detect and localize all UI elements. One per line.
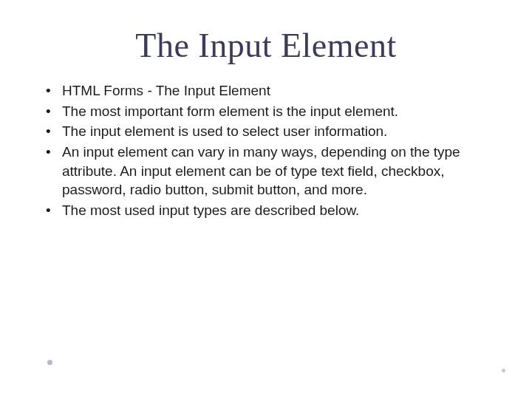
list-item: The most used input types are described …	[43, 201, 495, 220]
bullet-list: HTML Forms - The Input Element The most …	[37, 81, 495, 219]
decorative-dot-icon	[502, 369, 505, 372]
list-item: An input element can vary in many ways, …	[43, 143, 495, 200]
slide: The Input Element HTML Forms - The Input…	[0, 0, 532, 399]
list-item: The input element is used to select user…	[43, 122, 495, 141]
list-item: The most important form element is the i…	[43, 102, 495, 121]
slide-title: The Input Element	[37, 26, 495, 65]
list-item: HTML Forms - The Input Element	[43, 81, 495, 100]
decorative-dot-icon	[47, 360, 52, 365]
